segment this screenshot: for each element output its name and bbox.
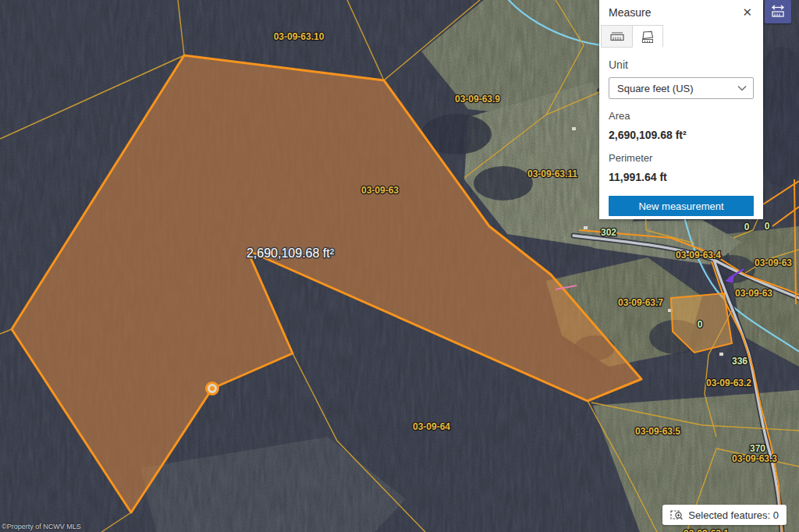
address-label: 302 [601, 227, 616, 238]
measure-panel-body: Unit Square feet (US) Area 2,690,109.68 … [599, 48, 763, 216]
selected-features-status[interactable]: Selected features: 0 [662, 505, 787, 525]
panel-title: Measure [609, 6, 651, 19]
address-label: 370 [750, 443, 765, 454]
ruler-distance-icon [609, 29, 625, 44]
area-label: Area [609, 110, 754, 122]
select-features-icon [670, 509, 684, 522]
parcel-id-label: 03-09-63.1 [684, 528, 729, 532]
parcel-id-label: 03-09-63.7 [618, 297, 663, 308]
tab-measure-area[interactable] [632, 25, 663, 48]
parcel-id-label: 03-09-63 [361, 185, 399, 196]
parcel-id-label: 03-09-64 [413, 421, 450, 432]
parcel-id-label: 03-09-63 [755, 257, 792, 268]
parcel-id-label: 03-09-63.2 [706, 378, 751, 388]
perimeter-value: 11,991.64 ft [609, 171, 754, 183]
address-label: 0 [744, 222, 750, 232]
measure-area-icon [640, 29, 655, 44]
perimeter-label: Perimeter [609, 152, 754, 164]
tab-measure-distance[interactable] [601, 25, 632, 48]
map-application: 03-09-63.1003-09-63.903-09-63.1103-09-63… [0, 0, 799, 532]
measure-panel: Measure ✕ [599, 0, 763, 219]
parcel-id-label: 03-09-63.11 [527, 168, 577, 179]
parcel-id-label: 03-09-63.10 [274, 31, 325, 42]
map-copyright: ©Property of NCWV MLS [2, 523, 81, 530]
parcel-id-label: 03-09-63.9 [455, 94, 500, 105]
measure-widget-icon [769, 3, 787, 20]
measurement-map-label: 2,690,109.68 ft² [247, 246, 335, 260]
parcel-id-label: 03-09-63 [735, 288, 772, 299]
address-label: 0 [698, 319, 703, 330]
unit-label: Unit [609, 59, 754, 71]
measure-widget-button[interactable] [765, 0, 791, 23]
measure-tab-bar [599, 25, 763, 48]
area-value: 2,690,109.68 ft² [609, 129, 754, 141]
chevron-down-icon [737, 85, 747, 91]
measurement-vertex-dot [210, 386, 215, 391]
parcel-id-label: 03-09-63.3 [732, 453, 777, 464]
close-icon[interactable]: ✕ [740, 5, 754, 20]
unit-select-value: Square feet (US) [617, 83, 694, 94]
address-label: 336 [732, 356, 748, 367]
address-label: 0 [765, 221, 770, 232]
selected-features-text: Selected features: 0 [688, 509, 779, 521]
parcel-id-label: 03-09-63.5 [635, 426, 680, 437]
parcel-id-label: 03-09-63.4 [676, 250, 721, 261]
unit-select[interactable]: Square feet (US) [609, 77, 754, 99]
new-measurement-button[interactable]: New measurement [609, 196, 754, 216]
measure-panel-header: Measure ✕ [599, 0, 763, 22]
